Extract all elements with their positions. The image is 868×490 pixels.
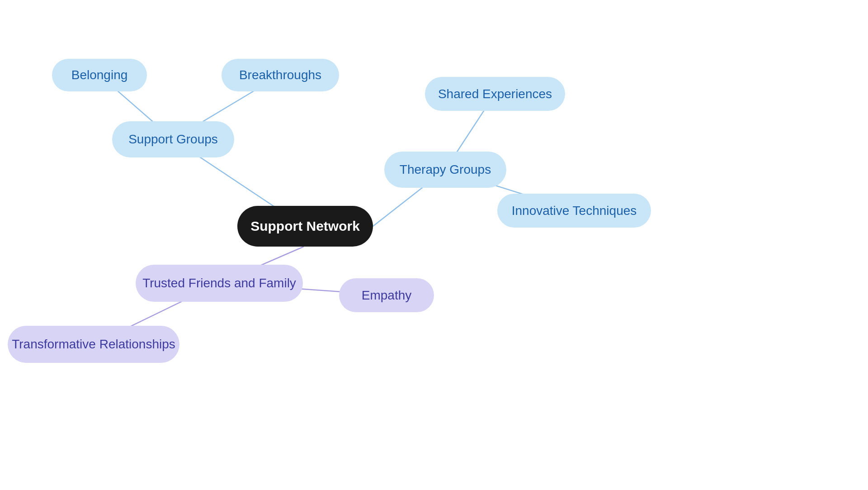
trusted-friends-node[interactable]: Trusted Friends and Family bbox=[136, 265, 303, 302]
empathy-node[interactable]: Empathy bbox=[339, 278, 434, 312]
belonging-node[interactable]: Belonging bbox=[52, 59, 147, 91]
center-node[interactable]: Support Network bbox=[237, 206, 373, 247]
shared-experiences-node[interactable]: Shared Experiences bbox=[425, 77, 565, 111]
breakthroughs-node[interactable]: Breakthroughs bbox=[222, 59, 339, 91]
support-groups-node[interactable]: Support Groups bbox=[112, 121, 234, 157]
transformative-relationships-node[interactable]: Transformative Relationships bbox=[8, 326, 179, 363]
innovative-techniques-node[interactable]: Innovative Techniques bbox=[497, 194, 651, 228]
therapy-groups-node[interactable]: Therapy Groups bbox=[384, 152, 506, 188]
